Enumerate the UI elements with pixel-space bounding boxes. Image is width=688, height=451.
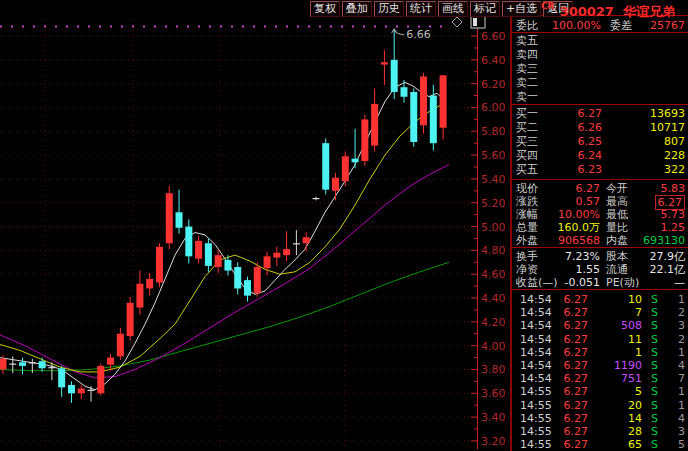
info-label: 涨跌 <box>516 195 538 208</box>
buy-level-volume: 13693 <box>650 107 685 120</box>
sell-level-row[interactable]: 卖一 <box>512 90 688 103</box>
trade-time: 14:54 <box>520 372 552 385</box>
trade-row[interactable]: 14:556.2714S4 <box>512 412 688 425</box>
info-value: 6.27 <box>576 182 601 195</box>
sell-level-row[interactable]: 卖四 <box>512 48 688 61</box>
toolbar-button-历史[interactable]: 历史 <box>374 1 404 17</box>
trade-row[interactable]: 14:546.271190S4 <box>512 359 688 372</box>
info-label: 最低 <box>606 208 628 221</box>
candle-body <box>244 280 251 295</box>
trade-count: 4 <box>678 412 685 425</box>
toolbar-button-画线[interactable]: 画线 <box>438 1 468 17</box>
panel-divider <box>512 104 688 105</box>
info-label: 股本 <box>606 250 628 263</box>
trade-count: 7 <box>678 372 685 385</box>
info-label: 收益(—) <box>516 276 558 289</box>
sell-level-row[interactable]: 卖五 <box>512 34 688 47</box>
info-value: 10.00% <box>558 208 600 221</box>
info-label: 流通 <box>606 263 628 276</box>
trade-volume: 14 <box>628 412 642 425</box>
trade-side: S <box>651 372 658 385</box>
trade-volume: 11 <box>628 333 642 346</box>
axis-label: 4.40 <box>481 292 506 305</box>
trade-row[interactable]: 14:546.2710S1 <box>512 293 688 306</box>
buy-level-row[interactable]: 买五6.23322 <box>512 163 688 176</box>
sell-level-label: 卖二 <box>516 76 538 89</box>
candle-body <box>371 104 378 146</box>
axis-label: 5.40 <box>481 173 506 186</box>
toolbar-button-叠加[interactable]: 叠加 <box>342 1 372 17</box>
toolbar-button-统计[interactable]: 统计 <box>406 1 436 17</box>
candle-body <box>234 267 241 288</box>
buy-level-row[interactable]: 买一6.2713693 <box>512 107 688 120</box>
trade-price: 6.27 <box>564 438 589 451</box>
stock-app-window: { "toolbar": {"buttons": ["复权","叠加","历史"… <box>0 0 688 451</box>
market-flag: CR <box>541 1 555 11</box>
trade-row[interactable]: 14:556.275S1 <box>512 385 688 398</box>
trade-time: 14:55 <box>520 438 552 451</box>
buy-level-row[interactable]: 买二6.2610717 <box>512 121 688 134</box>
trade-time: 14:55 <box>520 385 552 398</box>
trade-row[interactable]: 14:556.2728S3 <box>512 425 688 438</box>
diamond-icon[interactable] <box>452 17 462 27</box>
candle-body <box>381 62 388 64</box>
trade-time: 14:54 <box>520 319 552 332</box>
candle-body <box>127 303 134 336</box>
trade-row[interactable]: 14:546.277S2 <box>512 306 688 319</box>
trade-time: 14:55 <box>520 425 552 438</box>
trade-row[interactable]: 14:546.27751S7 <box>512 372 688 385</box>
info-row: 总量160.0万量比1.25 <box>512 221 688 234</box>
toolbar-button-复权[interactable]: 复权 <box>310 1 340 17</box>
trade-side: S <box>651 333 658 346</box>
info-value: — <box>674 276 685 289</box>
trade-volume: 1190 <box>614 359 642 372</box>
candle-body <box>391 60 398 92</box>
panel-divider <box>512 289 688 290</box>
annotation-price-label: 6.66 <box>406 28 431 41</box>
trade-side: S <box>651 438 658 451</box>
trade-count: 2 <box>678 333 685 346</box>
trade-side: S <box>651 306 658 319</box>
candle-body <box>117 334 124 357</box>
info-row: 涨跌0.57最高6.27 <box>512 195 688 208</box>
trade-side: S <box>651 346 658 359</box>
candle-body <box>420 76 427 125</box>
trade-row[interactable]: 14:546.2711S2 <box>512 333 688 346</box>
candle-body <box>146 279 153 289</box>
trade-row[interactable]: 14:556.2765S5 <box>512 438 688 451</box>
info-value: 1.55 <box>576 263 601 276</box>
axis-label: 4.80 <box>481 244 506 257</box>
trade-time: 14:54 <box>520 293 552 306</box>
info-value: 906568 <box>558 234 600 247</box>
toolbar-button-标记[interactable]: 标记 <box>470 1 500 17</box>
info-value: 5.83 <box>661 182 686 195</box>
info-label: 涨幅 <box>516 208 538 221</box>
sell-level-row[interactable]: 卖三 <box>512 62 688 75</box>
buy-level-label: 买二 <box>516 121 538 134</box>
trade-side: S <box>651 293 658 306</box>
ma-line-white <box>0 82 445 389</box>
trade-row[interactable]: 14:546.27508S3 <box>512 319 688 332</box>
trade-volume: 28 <box>628 425 642 438</box>
trade-row[interactable]: 14:546.271S1 <box>512 346 688 359</box>
sell-level-row[interactable]: 卖二 <box>512 76 688 89</box>
panel-divider <box>512 32 688 33</box>
candle-body <box>430 96 437 144</box>
toolbar-button-+自选[interactable]: +自选 <box>502 1 541 17</box>
info-value: 7.23% <box>565 250 600 263</box>
candle-body <box>19 362 26 366</box>
candle-body <box>400 87 407 97</box>
buy-level-row[interactable]: 买四6.24228 <box>512 149 688 162</box>
trade-side: S <box>651 359 658 372</box>
stock-code: 300027 <box>560 4 614 19</box>
kline-chart[interactable]: 6.606.406.206.005.805.605.405.205.004.80… <box>0 0 510 451</box>
trade-row[interactable]: 14:556.2720S1 <box>512 399 688 412</box>
trade-volume: 65 <box>628 438 642 451</box>
candle-body <box>185 227 192 257</box>
candle-body <box>88 390 95 391</box>
buy-level-row[interactable]: 买三6.25807 <box>512 135 688 148</box>
candle-body <box>312 198 319 199</box>
candle-body <box>29 362 36 363</box>
trade-time: 14:54 <box>520 359 552 372</box>
buy-level-label: 买三 <box>516 135 538 148</box>
